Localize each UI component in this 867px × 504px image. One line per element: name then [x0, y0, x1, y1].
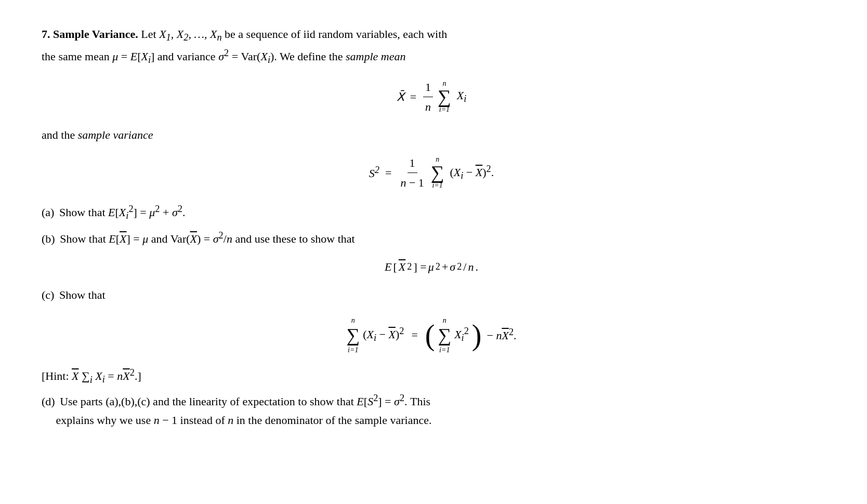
sample-mean-formula: X̄ = 1 n n ∑ i=1 Xi [42, 78, 821, 115]
problem-container: 7. Sample Variance. Let X1, X2, …, Xn be… [42, 25, 821, 430]
sample-variance-intro: and the sample variance [42, 126, 821, 144]
intro-paragraph: 7. Sample Variance. Let X1, X2, …, Xn be… [42, 25, 821, 68]
parts-container: (a) Show that E[Xi2] = μ2 + σ2. (b) Show… [42, 202, 821, 430]
problem-number: 7. Sample Variance. [42, 28, 138, 41]
sample-mean-label: sample mean [346, 50, 405, 63]
part-b: (b) Show that E[X] = μ and Var(X) = σ2/n… [42, 228, 821, 248]
part-d: (d) Use parts (a),(b),(c) and the linear… [42, 390, 821, 430]
part-c: (c) Show that [42, 286, 821, 304]
sample-variance-formula: S2 = 1 n − 1 n ∑ i=1 (Xi − X)2. [42, 154, 821, 191]
part-b-formula: E[X2] = μ2 + σ2/n. [42, 258, 821, 275]
hint: [Hint: X ∑i Xi = nX2.] [42, 366, 821, 387]
part-c-formula: n ∑ i=1 (Xi − X)2 = ( n ∑ i=1 Xi2 ) − nX… [42, 315, 821, 355]
var-sequence: X1, X2, …, Xn [159, 28, 221, 41]
part-a: (a) Show that E[Xi2] = μ2 + σ2. [42, 202, 821, 224]
